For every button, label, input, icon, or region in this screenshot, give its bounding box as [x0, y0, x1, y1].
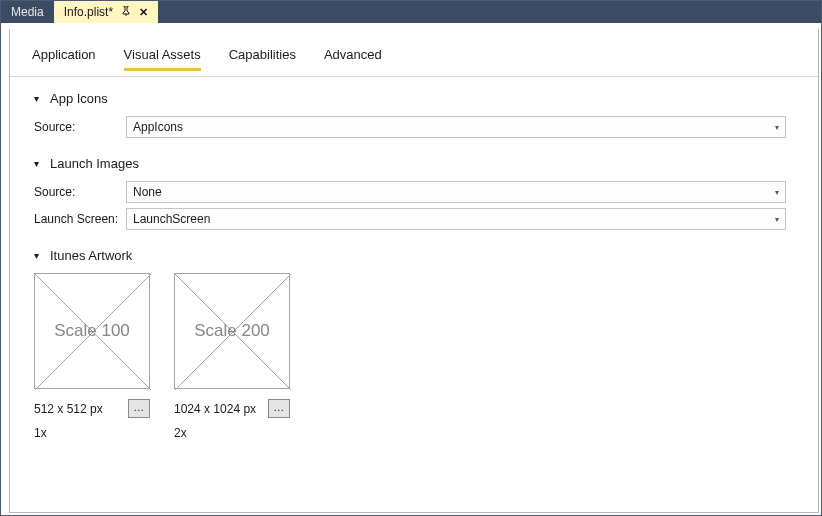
artwork-placeholder-2x-text: Scale 200: [194, 321, 270, 341]
pin-icon[interactable]: [121, 6, 131, 18]
launch-images-header[interactable]: ▾ Launch Images: [34, 156, 794, 171]
launch-screen-dropdown[interactable]: LaunchScreen ▾: [126, 208, 786, 230]
tab-capabilities[interactable]: Capabilities: [229, 47, 296, 70]
caret-down-icon: ▾: [775, 188, 779, 197]
artwork-placeholder-1x[interactable]: Scale 100: [34, 273, 150, 389]
artwork-1x-scale: 1x: [34, 426, 150, 440]
itunes-artwork-title: Itunes Artwork: [50, 248, 132, 263]
app-icons-source-dropdown[interactable]: AppIcons ▾: [126, 116, 786, 138]
launch-source-dropdown[interactable]: None ▾: [126, 181, 786, 203]
tab-advanced[interactable]: Advanced: [324, 47, 382, 70]
launch-images-section: ▾ Launch Images Source: None ▾ Launch Sc…: [34, 156, 794, 230]
caret-down-icon: ▾: [775, 215, 779, 224]
app-icons-section: ▾ App Icons Source: AppIcons ▾: [34, 91, 794, 138]
artwork-slot-2x: Scale 200 1024 x 1024 px ... 2x: [174, 273, 290, 440]
tab-media[interactable]: Media: [1, 1, 54, 23]
tab-media-label: Media: [11, 5, 44, 19]
chevron-down-icon: ▾: [34, 93, 44, 104]
artwork-2x-dimensions: 1024 x 1024 px: [174, 402, 256, 416]
chevron-down-icon: ▾: [34, 158, 44, 169]
app-icons-title: App Icons: [50, 91, 108, 106]
itunes-artwork-header[interactable]: ▾ Itunes Artwork: [34, 248, 794, 263]
launch-source-value: None: [133, 185, 162, 199]
app-icons-source-label: Source:: [34, 120, 126, 134]
tab-info-plist-label: Info.plist*: [64, 5, 113, 19]
artwork-2x-scale: 2x: [174, 426, 290, 440]
launch-images-title: Launch Images: [50, 156, 139, 171]
itunes-artwork-section: ▾ Itunes Artwork Scale 100 512 x 512 px …: [34, 248, 794, 440]
section-tabs: Application Visual Assets Capabilities A…: [10, 29, 818, 77]
artwork-1x-dimensions: 512 x 512 px: [34, 402, 103, 416]
launch-source-label: Source:: [34, 185, 126, 199]
artwork-2x-browse-button[interactable]: ...: [268, 399, 290, 418]
artwork-slot-1x: Scale 100 512 x 512 px ... 1x: [34, 273, 150, 440]
launch-screen-value: LaunchScreen: [133, 212, 210, 226]
document-tab-strip: Media Info.plist* ✕: [1, 1, 821, 23]
close-icon[interactable]: ✕: [139, 7, 148, 18]
launch-screen-label: Launch Screen:: [34, 212, 126, 226]
visual-assets-panel: ▾ App Icons Source: AppIcons ▾ ▾ Launch …: [10, 77, 818, 440]
caret-down-icon: ▾: [775, 123, 779, 132]
tab-info-plist[interactable]: Info.plist* ✕: [54, 1, 158, 23]
editor-panel: Application Visual Assets Capabilities A…: [9, 29, 819, 513]
app-icons-header[interactable]: ▾ App Icons: [34, 91, 794, 106]
artwork-placeholder-2x[interactable]: Scale 200: [174, 273, 290, 389]
tab-application[interactable]: Application: [32, 47, 96, 70]
app-icons-source-value: AppIcons: [133, 120, 183, 134]
artwork-placeholder-1x-text: Scale 100: [54, 321, 130, 341]
artwork-1x-browse-button[interactable]: ...: [128, 399, 150, 418]
tab-visual-assets[interactable]: Visual Assets: [124, 47, 201, 71]
chevron-down-icon: ▾: [34, 250, 44, 261]
